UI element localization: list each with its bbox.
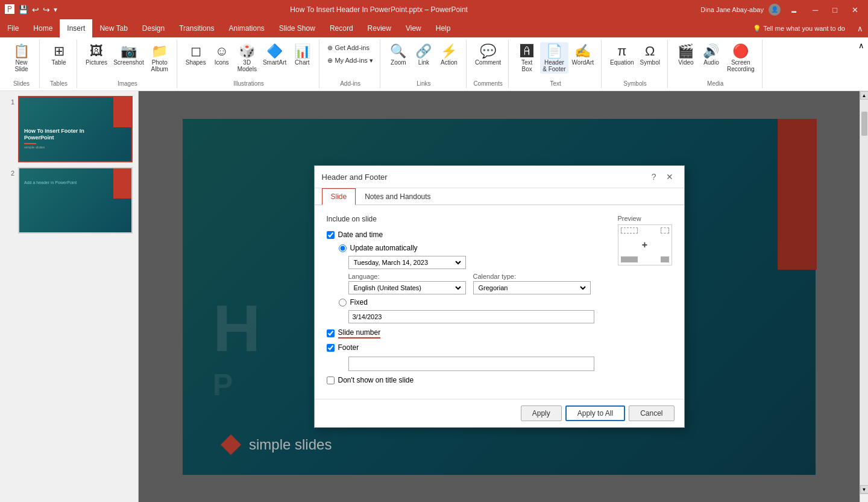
shapes-btn[interactable]: ◻ Shapes — [183, 42, 209, 67]
scroll-up-btn[interactable]: ▲ — [860, 91, 869, 100]
wordart-btn[interactable]: ✍ WordArt — [570, 42, 597, 67]
scroll-track[interactable] — [861, 100, 868, 485]
table-icon: ⊞ — [54, 43, 64, 59]
header-footer-btn[interactable]: 📄 Header& Footer — [540, 42, 568, 74]
update-auto-radio[interactable] — [339, 244, 347, 252]
dont-show-label[interactable]: Don't show on title slide — [338, 376, 414, 384]
smartart-btn[interactable]: 🔷 SmartArt — [260, 42, 289, 67]
photo-album-btn[interactable]: 📁 PhotoAlbum — [148, 42, 172, 74]
audio-btn[interactable]: 🔊 Audio — [699, 42, 723, 67]
wordart-icon: ✍ — [574, 43, 591, 59]
tab-newtab[interactable]: New Tab — [92, 19, 134, 37]
tab-transitions[interactable]: Transitions — [172, 19, 221, 37]
ribbon-collapse-btn2[interactable]: ∧ — [858, 41, 864, 50]
textbox-btn[interactable]: 🅰 TextBox — [515, 42, 539, 74]
preview-box: Preview + — [618, 215, 672, 265]
date-select[interactable]: Tuesday, March 14, 2023 — [351, 258, 463, 267]
new-slide-label: NewSlide — [14, 59, 28, 72]
tab-animations[interactable]: Animations — [221, 19, 271, 37]
footer-label[interactable]: Footer — [338, 343, 359, 352]
customize-icon[interactable]: ▾ — [54, 5, 57, 14]
equation-label: Equation — [610, 59, 634, 66]
calendar-select-box[interactable]: Gregorian — [473, 281, 591, 294]
screen-recording-btn[interactable]: 🔴 ScreenRecording — [725, 42, 757, 74]
tab-file[interactable]: File — [0, 19, 26, 37]
equation-btn[interactable]: π Equation — [608, 42, 636, 67]
dialog-footer: Apply Apply to All Cancel — [315, 399, 684, 427]
date-time-label[interactable]: Date and time — [338, 230, 383, 239]
table-btn[interactable]: ⊞ Table — [47, 42, 71, 67]
minimize-btn[interactable]: ─ — [808, 4, 823, 16]
tell-me-input[interactable]: 💡 Tell me what you want to do — [746, 19, 852, 37]
footer-input-row — [348, 357, 672, 371]
video-icon: 🎬 — [678, 43, 694, 59]
ribbon-collapse-chevron[interactable]: ∧ — [852, 19, 868, 37]
tab-design[interactable]: Design — [135, 19, 172, 37]
3d-models-btn[interactable]: 🎲 3DModels — [235, 42, 259, 74]
tab-review[interactable]: Review — [360, 19, 398, 37]
fixed-input-row — [348, 310, 672, 323]
footer-checkbox[interactable] — [327, 344, 335, 352]
new-slide-btn[interactable]: 📋 NewSlide — [10, 42, 34, 74]
slide-title-text-1: How To Insert Footer InPowerPoint — [24, 128, 84, 142]
vertical-scrollbar: ▲ ▼ — [860, 91, 868, 502]
new-slide-icon: 📋 — [13, 43, 30, 59]
scroll-thumb[interactable] — [861, 112, 867, 136]
link-btn[interactable]: 🔗 Link — [412, 42, 436, 67]
apply-btn[interactable]: Apply — [521, 405, 562, 421]
close-btn[interactable]: ✕ — [847, 4, 863, 16]
symbol-btn[interactable]: Ω Symbol — [638, 42, 662, 67]
ribbon-collapse-btn[interactable]: 🗕 — [785, 4, 803, 16]
icons-btn[interactable]: ☺ Icons — [210, 42, 234, 67]
redo-icon[interactable]: ↪ — [43, 5, 50, 14]
undo-icon[interactable]: ↩ — [32, 5, 39, 14]
footer-input[interactable] — [348, 357, 594, 371]
chart-btn[interactable]: 📊 Chart — [290, 42, 314, 67]
slide-thumbnail-2[interactable]: 2 Add a header in PowerPoint — [5, 167, 133, 234]
slide-number-label[interactable]: Slide number — [338, 328, 381, 338]
slide-number-checkbox[interactable] — [327, 329, 335, 337]
tab-help[interactable]: Help — [429, 19, 458, 37]
save-icon[interactable]: 💾 — [18, 5, 28, 14]
cancel-btn[interactable]: Cancel — [629, 405, 674, 421]
dialog-help-btn[interactable]: ? — [648, 171, 660, 183]
dont-show-checkbox[interactable] — [327, 376, 335, 384]
tab-home[interactable]: Home — [26, 19, 60, 37]
tab-view[interactable]: View — [398, 19, 429, 37]
dialog-body: Include on slide Date and time Update au… — [315, 205, 684, 399]
language-select[interactable]: English (United States) — [351, 284, 463, 292]
my-addins-btn[interactable]: ⊕ My Add-ins ▾ — [326, 55, 375, 66]
symbol-icon: Ω — [645, 43, 655, 59]
update-auto-label[interactable]: Update automatically — [350, 244, 418, 252]
language-select-box[interactable]: English (United States) — [348, 281, 466, 294]
calendar-select[interactable]: Gregorian — [476, 284, 588, 292]
dialog-close-btn[interactable]: ✕ — [662, 171, 677, 183]
comment-btn[interactable]: 💬 Comment — [473, 42, 503, 67]
fixed-radio[interactable] — [339, 299, 347, 307]
date-time-checkbox[interactable] — [327, 231, 335, 239]
tab-insert[interactable]: Insert — [60, 19, 92, 37]
zoom-btn[interactable]: 🔍 Zoom — [386, 42, 410, 67]
date-select-box[interactable]: Tuesday, March 14, 2023 — [348, 256, 466, 269]
tab-slideshow[interactable]: Slide Show — [272, 19, 322, 37]
tab-notes-handouts[interactable]: Notes and Handouts — [356, 188, 439, 205]
slide-thumbnail-1[interactable]: 1 How To Insert Footer InPowerPoint simp… — [5, 96, 133, 162]
calendar-group: Calendar type: Gregorian — [473, 273, 591, 294]
fixed-input[interactable] — [348, 310, 594, 323]
apply-all-btn[interactable]: Apply to All — [565, 405, 625, 421]
main-layout: 1 How To Insert Footer InPowerPoint simp… — [0, 91, 868, 502]
tab-slide[interactable]: Slide — [322, 188, 356, 205]
photo-album-icon: 📁 — [151, 43, 168, 59]
shapes-icon: ◻ — [190, 43, 201, 59]
video-btn[interactable]: 🎬 Video — [674, 42, 698, 67]
action-btn[interactable]: ⚡ Action — [437, 42, 461, 67]
get-addins-btn[interactable]: ⊕ Get Add-ins — [326, 42, 371, 54]
user-name: Dina Jane Abay-abay — [700, 6, 764, 13]
pictures-btn[interactable]: 🖼 Pictures — [83, 42, 110, 67]
fixed-label[interactable]: Fixed — [350, 298, 368, 307]
screenshot-btn[interactable]: 📷 Screenshot — [111, 42, 146, 67]
maximize-btn[interactable]: □ — [828, 4, 842, 16]
header-footer-dialog: Header and Footer ? ✕ Slide Notes and Ha… — [314, 165, 685, 428]
scroll-down-btn[interactable]: ▼ — [860, 485, 869, 494]
tab-record[interactable]: Record — [322, 19, 360, 37]
